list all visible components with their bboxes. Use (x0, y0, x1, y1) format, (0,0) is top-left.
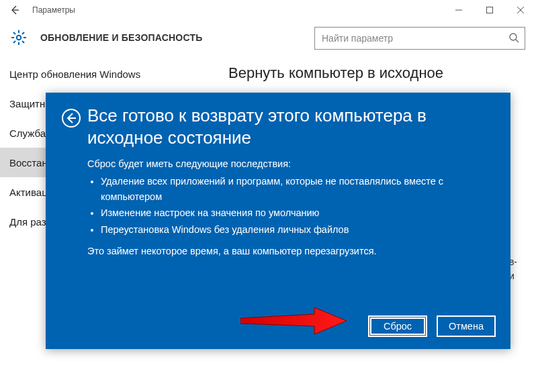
dialog-title: Все готово к возврату этого компьютера в… (87, 105, 427, 148)
svg-line-13 (13, 41, 15, 43)
sidebar-item-label: Центр обновления Windows (9, 68, 140, 80)
svg-rect-2 (487, 7, 493, 13)
search-input[interactable] (320, 32, 508, 44)
cancel-button[interactable]: Отмена (437, 315, 496, 337)
dialog-bullet: Переустановка Windows без удаления личны… (101, 222, 496, 237)
section-title: ОБНОВЛЕНИЕ И БЕЗОПАСНОСТЬ (40, 32, 202, 43)
header: ОБНОВЛЕНИЕ И БЕЗОПАСНОСТЬ (0, 20, 536, 55)
dialog-lead: Сброс будет иметь следующие последствия: (87, 156, 496, 171)
svg-point-14 (510, 34, 517, 40)
reset-dialog: Все готово к возврату этого компьютера в… (46, 93, 510, 349)
maximize-button[interactable] (474, 0, 505, 20)
svg-line-10 (13, 32, 15, 34)
close-button[interactable] (505, 0, 536, 20)
sidebar-item-windows-update[interactable]: Центр обновления Windows (0, 59, 222, 89)
back-button[interactable] (0, 0, 30, 20)
minimize-button[interactable] (443, 0, 474, 20)
dialog-bullet: Изменение настроек на значения по умолча… (101, 205, 496, 220)
arrow-left-icon (9, 5, 20, 15)
search-box[interactable] (314, 27, 525, 50)
dialog-footer-text: Это займет некоторое время, а ваш компью… (87, 244, 496, 258)
arrow-left-circle-icon (61, 108, 81, 128)
minimize-icon (455, 6, 463, 14)
page-title: Вернуть компьютер в исходное (228, 64, 521, 82)
search-icon (508, 32, 519, 45)
svg-line-15 (516, 40, 519, 42)
window-title: Параметры (32, 5, 75, 15)
svg-line-12 (22, 32, 24, 34)
gear-icon (9, 28, 28, 47)
dialog-bullet: Удаление всех приложений и программ, кот… (101, 174, 496, 204)
dialog-body: Сброс будет иметь следующие последствия:… (87, 156, 496, 259)
titlebar: Параметры (0, 0, 536, 20)
dialog-back-button[interactable] (60, 107, 82, 129)
close-icon (517, 6, 525, 14)
svg-point-5 (17, 36, 21, 40)
svg-line-11 (22, 41, 24, 43)
maximize-icon (486, 6, 494, 14)
reset-button[interactable]: Сброс (368, 315, 427, 337)
